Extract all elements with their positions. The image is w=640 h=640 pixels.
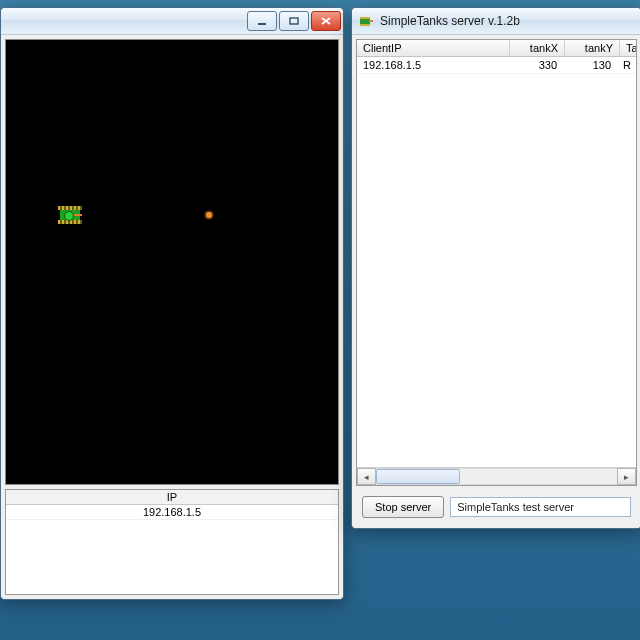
- server-titlebar[interactable]: SimpleTanks server v.1.2b: [352, 8, 640, 35]
- maximize-button[interactable]: [279, 11, 309, 31]
- svg-rect-3: [360, 17, 370, 19]
- tank-sprite: [58, 206, 82, 224]
- clients-grid: ClientIP tankX tankY TankD B 192.168.1.5…: [356, 39, 637, 486]
- server-name-input[interactable]: [450, 497, 631, 517]
- svg-rect-1: [290, 18, 298, 24]
- cell-clientip: 192.168.1.5: [357, 57, 509, 73]
- scroll-right-button[interactable]: ▸: [617, 468, 636, 485]
- server-window: SimpleTanks server v.1.2b ClientIP tankX…: [351, 7, 640, 529]
- minimize-icon: [257, 17, 267, 25]
- cell-tankd: R: [617, 57, 637, 73]
- close-icon: [321, 17, 331, 25]
- cell-tanky: 130: [563, 57, 617, 73]
- svg-rect-5: [369, 20, 373, 22]
- bullet-sprite: [206, 212, 212, 218]
- col-tankd[interactable]: TankD: [620, 40, 637, 56]
- svg-rect-0: [258, 23, 266, 25]
- server-title: SimpleTanks server v.1.2b: [380, 14, 639, 28]
- scroll-left-button[interactable]: ◂: [357, 468, 376, 485]
- svg-rect-4: [360, 24, 370, 26]
- minimize-button[interactable]: [247, 11, 277, 31]
- players-row[interactable]: 192.168.1.5: [6, 505, 338, 520]
- col-clientip[interactable]: ClientIP: [357, 40, 510, 56]
- game-window: IP 192.168.1.5: [0, 7, 344, 600]
- col-tankx[interactable]: tankX: [510, 40, 565, 56]
- maximize-icon: [289, 17, 299, 25]
- players-list: IP 192.168.1.5: [5, 489, 339, 595]
- grid-header: ClientIP tankX tankY TankD B: [357, 40, 636, 57]
- scroll-thumb[interactable]: [376, 469, 460, 484]
- svg-rect-2: [360, 19, 370, 24]
- close-button[interactable]: [311, 11, 341, 31]
- scroll-track[interactable]: [376, 468, 617, 485]
- cell-tankx: 330: [509, 57, 563, 73]
- players-header: IP: [6, 490, 338, 505]
- stop-server-button[interactable]: Stop server: [362, 496, 444, 518]
- app-icon: [358, 13, 374, 29]
- grid-hscrollbar[interactable]: ◂ ▸: [357, 467, 636, 485]
- col-tanky[interactable]: tankY: [565, 40, 620, 56]
- game-titlebar[interactable]: [1, 8, 343, 35]
- game-canvas[interactable]: [5, 39, 339, 485]
- grid-row[interactable]: 192.168.1.5 330 130 R 6: [357, 57, 636, 74]
